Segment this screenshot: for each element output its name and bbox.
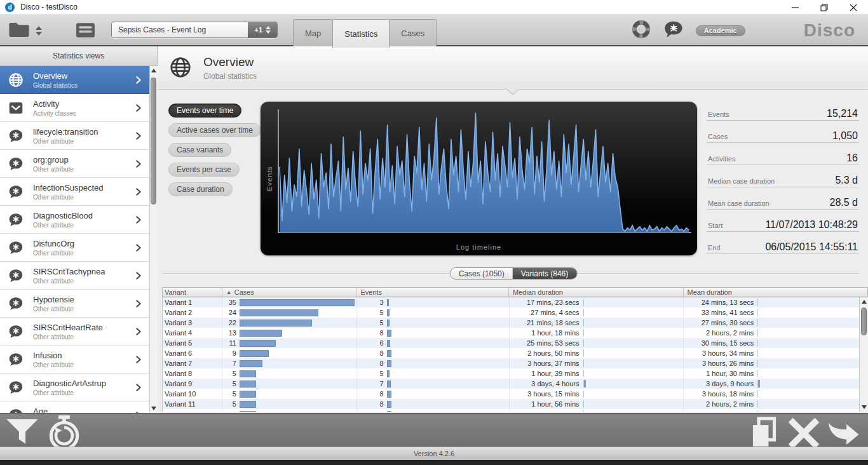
tab-cases[interactable]: Cases xyxy=(389,19,437,46)
table-row[interactable]: Variant 511625 mins, 53 secs30 mins, 15 … xyxy=(163,338,859,348)
column-header-events[interactable]: Events xyxy=(356,288,508,297)
column-header-cases[interactable]: ▲Cases xyxy=(222,288,356,297)
stat-row-events: Events15,214 xyxy=(707,98,859,121)
close-button[interactable] xyxy=(839,0,868,15)
mean-duration-value: 27 mins, 30 secs xyxy=(684,319,754,327)
sidebar-item-subtitle: Other attribute xyxy=(33,250,134,257)
sort-ascending-icon: ▲ xyxy=(226,289,232,295)
sidebar-item-sirscrittachypnea[interactable]: SIRSCritTachypneaOther attribute xyxy=(0,262,149,290)
mean-duration-gauge xyxy=(757,349,859,357)
cell-median-duration: 3 hours, 15 mins xyxy=(509,389,684,399)
dataset-selector-spinner[interactable]: +1 xyxy=(248,22,277,37)
cell-variant: Variant 12 xyxy=(163,409,222,412)
stat-label: Mean case duration xyxy=(708,199,770,207)
scroll-down-icon[interactable] xyxy=(860,403,868,412)
sidebar-header: Statistics views xyxy=(0,46,157,66)
chart-button-active-cases-over-time[interactable]: Active cases over time xyxy=(168,123,261,137)
column-header-mean-duration[interactable]: Mean duration xyxy=(683,288,867,297)
stat-row-median-case-duration: Median case duration5.3 d xyxy=(707,165,859,187)
project-manager-button[interactable] xyxy=(75,22,96,41)
restore-button[interactable] xyxy=(810,0,839,15)
cell-events: 8 xyxy=(356,409,509,412)
sidebar-item-overview[interactable]: OverviewGlobal statistics xyxy=(0,66,149,94)
events-count: 8 xyxy=(357,390,384,398)
table-row[interactable]: Variant 10583 hours, 15 mins3 hours, 18 … xyxy=(163,389,859,399)
table-row[interactable]: Variant 8551 hour, 39 mins1 hour, 30 min… xyxy=(163,368,859,379)
sidebar-item-hypotensie[interactable]: HypotensieOther attribute xyxy=(0,290,149,318)
cell-events: 6 xyxy=(356,338,509,348)
sidebar-item-text: org:groupOther attribute xyxy=(33,155,134,173)
license-badge: Academic xyxy=(696,25,745,36)
scroll-up-icon[interactable] xyxy=(150,66,158,75)
sidebar-item-subtitle: Other attribute xyxy=(33,334,134,340)
variants-tab-button[interactable]: Variants (846) xyxy=(513,268,576,279)
table-row[interactable]: Variant 41381 hour, 18 mins2 hours, 2 mi… xyxy=(163,328,859,338)
chart-button-case-variants[interactable]: Case variants xyxy=(168,143,231,157)
table-row[interactable]: Variant 322521 mins, 18 secs27 mins, 30 … xyxy=(163,318,859,328)
cases-count: 24 xyxy=(222,309,236,316)
open-project-button[interactable] xyxy=(8,21,42,41)
table-row[interactable]: Variant 11581 hour, 56 mins2 hours, 2 mi… xyxy=(163,399,859,409)
sidebar-scrollbar[interactable] xyxy=(149,66,158,413)
attribute-icon xyxy=(8,184,24,200)
table-row[interactable]: Variant 6982 hours, 50 mins3 hours, 34 m… xyxy=(163,348,859,358)
cell-variant: Variant 9 xyxy=(163,379,222,389)
feedback-button[interactable] xyxy=(663,20,684,41)
help-button[interactable] xyxy=(631,19,651,42)
mean-duration-gauge xyxy=(757,410,859,412)
median-duration-gauge xyxy=(583,299,682,306)
scroll-up-icon[interactable] xyxy=(860,297,868,306)
tab-statistics[interactable]: Statistics xyxy=(332,19,390,48)
chart-button-case-duration[interactable]: Case duration xyxy=(168,182,233,196)
chart-button-events-over-time[interactable]: Events over time xyxy=(168,104,241,118)
cases-bar xyxy=(240,401,256,408)
chart-y-axis-label: Events xyxy=(266,166,273,191)
sidebar-item-diagnosticartastrup[interactable]: DiagnosticArtAstrupOther attribute xyxy=(0,374,149,401)
cell-cases: 5 xyxy=(222,389,356,399)
sidebar-item-disfuncorg[interactable]: DisfuncOrgOther attribute xyxy=(0,234,149,262)
sidebar-item-infusion[interactable]: InfusionOther attribute xyxy=(0,346,149,374)
mean-duration-gauge xyxy=(757,319,859,327)
cell-events: 8 xyxy=(356,358,509,368)
sidebar-item-diagnosticblood[interactable]: DiagnosticBloodOther attribute xyxy=(0,206,149,234)
chart-button-events-per-case[interactable]: Events per case xyxy=(168,163,240,177)
cell-median-duration: 1 hour, 39 mins xyxy=(509,368,684,379)
dataset-selector[interactable]: Sepsis Cases - Event Log +1 xyxy=(111,22,278,38)
sidebar-item-sirscritheartrate[interactable]: SIRSCritHeartRateOther attribute xyxy=(0,318,149,346)
attribute-icon xyxy=(8,267,24,284)
mean-duration-gauge xyxy=(757,309,859,316)
sidebar-item-subtitle: Other attribute xyxy=(33,389,134,396)
mean-duration-gauge xyxy=(757,370,859,377)
sidebar-scrollbar-thumb[interactable] xyxy=(151,78,156,205)
table-scrollbar[interactable] xyxy=(859,297,868,412)
table-row[interactable]: Variant 1258 xyxy=(163,409,859,412)
cell-cases: 35 xyxy=(222,297,356,307)
minimize-button[interactable] xyxy=(780,0,810,15)
cases-tab-button[interactable]: Cases (1050) xyxy=(451,268,513,279)
cell-mean-duration xyxy=(683,409,859,412)
cell-cases: 7 xyxy=(222,358,356,368)
column-header-median-duration[interactable]: Median duration xyxy=(508,288,683,297)
cell-events: 7 xyxy=(356,379,509,389)
sidebar-item-age[interactable]: AgeOther attribute xyxy=(0,401,149,413)
table-row[interactable]: Variant 7783 hours, 37 mins3 hours, 26 m… xyxy=(163,358,859,368)
table-row[interactable]: Variant 224527 mins, 4 secs33 mins, 41 s… xyxy=(163,307,859,318)
events-count: 8 xyxy=(357,360,384,367)
scroll-down-icon[interactable] xyxy=(150,404,158,413)
median-duration-gauge xyxy=(583,339,682,347)
table-scrollbar-thumb[interactable] xyxy=(861,307,867,335)
sidebar-item-infectionsuspected[interactable]: InfectionSuspectedOther attribute xyxy=(0,178,149,206)
table-row[interactable]: Variant 135317 mins, 23 secs24 mins, 13 … xyxy=(163,297,859,307)
sidebar-item-lifecycle-transition[interactable]: lifecycle:transitionOther attribute xyxy=(0,122,149,150)
sidebar-item-org-group[interactable]: org:groupOther attribute xyxy=(0,150,149,178)
table-row[interactable]: Variant 9573 days, 4 hours3 days, 9 hour… xyxy=(163,379,859,389)
median-duration-value: 1 hour, 39 mins xyxy=(510,370,580,377)
window-title: Disco - testDisco xyxy=(20,3,78,11)
column-header-variant[interactable]: Variant xyxy=(163,288,222,297)
svg-text:d: d xyxy=(8,4,12,11)
cell-median-duration xyxy=(509,409,684,412)
median-duration-gauge xyxy=(583,360,682,367)
sidebar-item-activity[interactable]: ActivityActivity classes xyxy=(0,94,149,122)
tab-map[interactable]: Map xyxy=(293,19,333,46)
cell-variant: Variant 4 xyxy=(163,328,222,338)
